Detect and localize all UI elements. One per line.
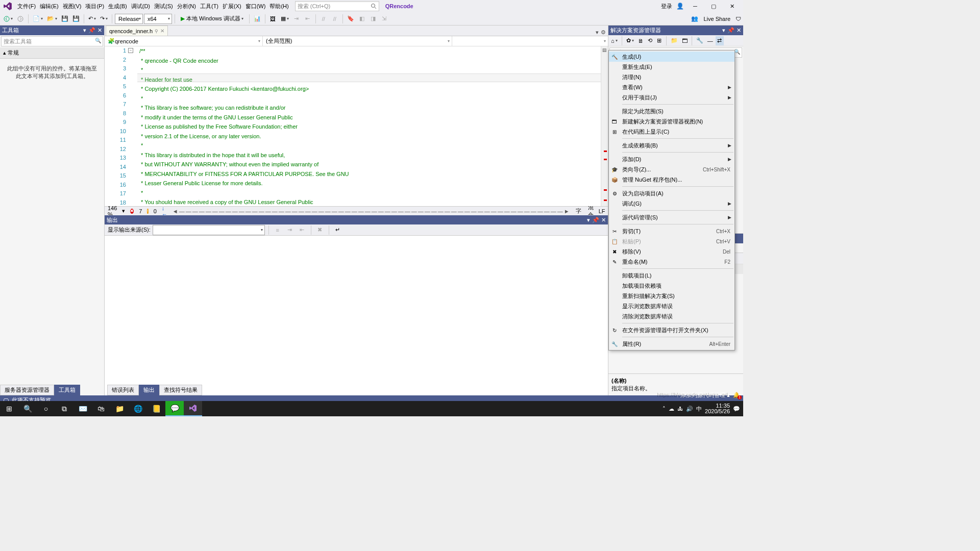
fold-toggle[interactable]: − [128, 48, 133, 53]
close-icon[interactable]: ✕ [97, 27, 102, 34]
close-icon[interactable]: ✕ [160, 28, 164, 34]
output-body[interactable] [105, 236, 608, 395]
search-button[interactable]: 🔍 [18, 401, 37, 416]
overview-ruler[interactable]: ▤ [601, 46, 608, 206]
context-menu-item[interactable]: ✂剪切(T)Ctrl+X [609, 226, 734, 236]
menu-item[interactable]: 测试(S) [152, 2, 175, 11]
menu-item[interactable]: 工具(T) [198, 2, 220, 11]
se-btn[interactable]: 🗎 [636, 36, 645, 45]
menu-item[interactable]: 分析(N) [175, 2, 198, 11]
context-menu-item[interactable]: 查看(W)▶ [609, 82, 734, 92]
menu-item[interactable]: 文件(F) [15, 2, 38, 11]
out-btn-1[interactable]: ≡ [273, 224, 283, 236]
tool-btn-8[interactable]: ⇲ [379, 13, 389, 24]
comment-button[interactable]: // [318, 13, 329, 24]
se-switch-button[interactable]: ⇄ [716, 36, 724, 45]
open-button[interactable]: 📂 [45, 13, 59, 24]
context-menu-item[interactable]: ⊞在代码图上显示(C) [609, 127, 734, 137]
context-menu-item[interactable]: ✎重命名(M)F2 [609, 257, 734, 267]
dropdown-icon[interactable]: ▾ [587, 217, 590, 223]
se-btn[interactable]: 📁 [669, 36, 679, 45]
tool-btn-4[interactable]: ⇥ [291, 13, 302, 24]
login-link[interactable]: 登录 [661, 3, 672, 10]
se-btn[interactable]: 🗔 [680, 36, 689, 45]
platform-combo[interactable]: x64 [144, 14, 172, 24]
context-menu-item[interactable]: ✖移除(V)Del [609, 246, 734, 257]
tab-toolbox[interactable]: 工具箱 [54, 385, 80, 395]
new-project-button[interactable]: 📄 [31, 13, 44, 24]
store-app[interactable]: 🛍 [92, 401, 110, 416]
context-menu-item[interactable]: 🔨生成(U) [609, 52, 734, 62]
tray-network-icon[interactable]: 🖧 [677, 406, 683, 412]
context-menu-item[interactable]: 加载项目依赖项 [609, 281, 734, 291]
start-debug-button[interactable]: ▶ 本地 Windows 调试器 [178, 13, 247, 24]
split-icon[interactable]: ▤ [602, 47, 607, 53]
nav-project-combo[interactable]: 🧩 qrencode [105, 36, 263, 46]
context-menu-item[interactable]: ↻在文件资源管理器中打开文件夹(X) [609, 325, 734, 335]
tab-output[interactable]: 输出 [139, 385, 159, 395]
error-indicator[interactable]: ✖ [130, 209, 134, 214]
tray-ime-icon[interactable]: 中 [696, 405, 702, 413]
user-icon[interactable]: 👤 [676, 3, 684, 10]
tool-btn-7[interactable]: ◨ [368, 13, 378, 24]
se-btn[interactable]: — [706, 36, 715, 45]
output-source-combo[interactable] [153, 225, 265, 235]
context-menu-item[interactable]: 清除浏览数据库错误 [609, 311, 734, 321]
tray-clock[interactable]: 11:352020/5/26 [705, 403, 730, 414]
vs-app[interactable] [184, 401, 202, 416]
save-all-button[interactable]: 💾 [71, 13, 81, 24]
nav-back-button[interactable] [2, 13, 14, 24]
menu-item[interactable]: 项目(P) [83, 2, 106, 11]
context-menu-item[interactable]: 📦管理 NuGet 程序包(N)... [609, 174, 734, 185]
save-button[interactable]: 💾 [60, 13, 70, 24]
warning-indicator[interactable]: ! [147, 209, 148, 214]
tray-volume-icon[interactable]: 🔊 [686, 406, 693, 412]
tab-settings-icon[interactable]: ⚙ [601, 29, 606, 36]
context-menu-item[interactable]: 🔧属性(R)Alt+Enter [609, 339, 734, 349]
se-properties-button[interactable]: 🔧 [695, 36, 705, 45]
tray-chevron-icon[interactable]: ˄ [663, 406, 666, 412]
config-combo[interactable]: Release [115, 14, 143, 24]
out-btn-2[interactable]: ⇥ [285, 224, 295, 236]
menu-item[interactable]: 编辑(E) [38, 2, 61, 11]
context-menu-item[interactable]: 重新扫描解决方案(S) [609, 291, 734, 301]
pin-icon[interactable]: ⚲ [155, 29, 158, 34]
tab-find-symbols[interactable]: 查找符号结果 [159, 385, 202, 395]
maximize-button[interactable]: ▢ [706, 1, 721, 11]
out-btn-5[interactable]: ↵ [333, 224, 343, 236]
admin-icon[interactable]: 🛡 [736, 16, 741, 22]
tray-onedrive-icon[interactable]: ☁ [669, 406, 674, 412]
context-menu-item[interactable]: 源代码管理(S)▶ [609, 212, 734, 222]
code-editor[interactable]: 1 2 3 4 5 6 7 8 9 10 11 12 13 14 15 16 1… [105, 46, 608, 206]
pin-icon[interactable]: 📌 [727, 27, 734, 34]
context-menu-item[interactable]: 🗔新建解决方案资源管理器视图(N) [609, 116, 734, 127]
context-menu-item[interactable]: 调试(G)▶ [609, 198, 734, 209]
liveshare-label[interactable]: Live Share [703, 16, 730, 22]
se-btn[interactable]: ✿ [625, 36, 635, 45]
context-menu-item[interactable]: ⚙设为启动项目(A) [609, 188, 734, 198]
context-menu-item[interactable]: 📋粘贴(P)Ctrl+V [609, 236, 734, 246]
context-menu-item[interactable]: 显示浏览数据库错误 [609, 301, 734, 311]
taskview-button[interactable]: ⧉ [55, 401, 74, 416]
notifications-icon[interactable]: 🔔1 [733, 392, 740, 398]
start-button[interactable]: ⊞ [0, 401, 18, 416]
tab-dropdown-icon[interactable]: ▾ [596, 29, 599, 36]
close-icon[interactable]: ✕ [737, 27, 741, 34]
nav-member-combo[interactable] [452, 36, 608, 46]
cortana-button[interactable]: ○ [37, 401, 55, 416]
out-btn-4[interactable]: ✖ [315, 224, 325, 236]
nav-scope-combo[interactable]: (全局范围) [263, 36, 452, 46]
pin-icon[interactable]: 📌 [592, 217, 599, 223]
tab-error-list[interactable]: 错误列表 [107, 385, 139, 395]
se-sync-button[interactable]: ⟲ [646, 36, 654, 45]
editor-tab[interactable]: qrencode_inner.h ⚲ ✕ [106, 26, 168, 36]
explorer-app[interactable]: 📁 [110, 401, 129, 416]
redo-button[interactable]: ↷ [99, 13, 109, 24]
se-home-button[interactable]: ⌂ [609, 36, 619, 45]
context-menu-item[interactable]: 清理(N) [609, 72, 734, 82]
tool-btn-2[interactable]: 🖼 [268, 13, 278, 24]
tool-btn-3[interactable]: ▦ [279, 13, 290, 24]
tool-btn-1[interactable]: 📊 [252, 13, 262, 24]
notepad-app[interactable]: 📒 [147, 401, 165, 416]
nav-fwd-button[interactable] [15, 13, 26, 24]
